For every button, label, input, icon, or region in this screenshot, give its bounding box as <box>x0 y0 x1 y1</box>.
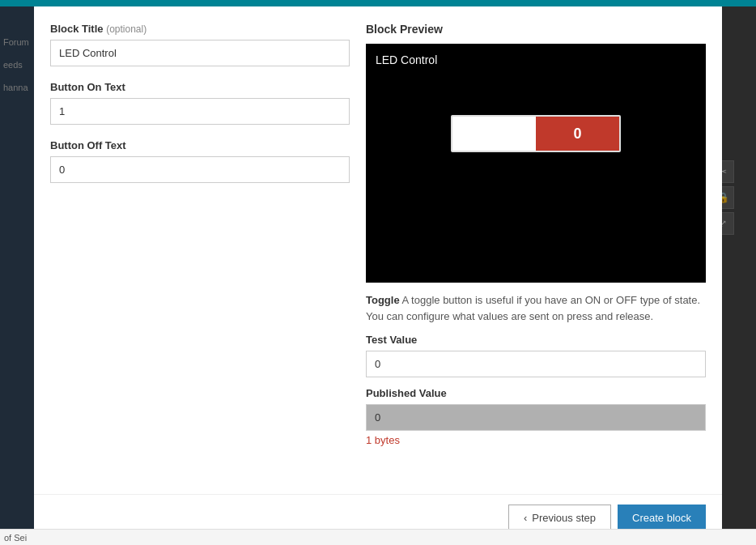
button-off-label: Button Off Text <box>50 139 350 151</box>
bytes-text: 1 bytes <box>366 434 706 446</box>
block-title-label: Block Title (optional) <box>50 23 350 35</box>
block-preview-box: LED Control 0 <box>366 44 706 283</box>
right-preview-panel: Block Preview LED Control 0 <box>366 23 706 478</box>
test-value-label: Test Value <box>366 334 706 346</box>
previous-step-button[interactable]: ‹ Previous step <box>508 505 611 531</box>
toggle-button[interactable]: 0 <box>451 115 621 152</box>
modal-dialog: Block Title (optional) Button On Text Bu… <box>34 6 722 541</box>
modal-body: Block Title (optional) Button On Text Bu… <box>34 6 722 494</box>
button-off-input[interactable] <box>50 156 350 183</box>
bottom-bar-text: of Sei <box>4 533 27 543</box>
block-title-group: Block Title (optional) <box>50 23 350 66</box>
toggle-description: Toggle A toggle button is useful if you … <box>366 292 706 324</box>
test-value-input[interactable] <box>366 351 706 377</box>
toggle-on-side <box>452 117 536 151</box>
button-off-group: Button Off Text <box>50 139 350 183</box>
left-form-panel: Block Title (optional) Button On Text Bu… <box>50 23 350 478</box>
toggle-preview: 0 <box>376 115 696 152</box>
button-on-label: Button On Text <box>50 81 350 93</box>
block-title-input[interactable] <box>50 40 350 66</box>
toggle-off-side: 0 <box>536 117 619 151</box>
modal-overlay: Block Title (optional) Button On Text Bu… <box>0 0 756 545</box>
preview-block-title: LED Control <box>376 53 696 66</box>
preview-title: Block Preview <box>366 23 706 36</box>
optional-text: (optional) <box>106 23 147 35</box>
published-value-label: Published Value <box>366 387 706 399</box>
chevron-left-icon: ‹ <box>524 512 527 524</box>
create-block-button[interactable]: Create block <box>618 505 706 531</box>
button-on-input[interactable] <box>50 98 350 125</box>
button-on-group: Button On Text <box>50 81 350 125</box>
published-value-field <box>366 404 706 431</box>
bottom-bar: of Sei <box>0 529 756 545</box>
